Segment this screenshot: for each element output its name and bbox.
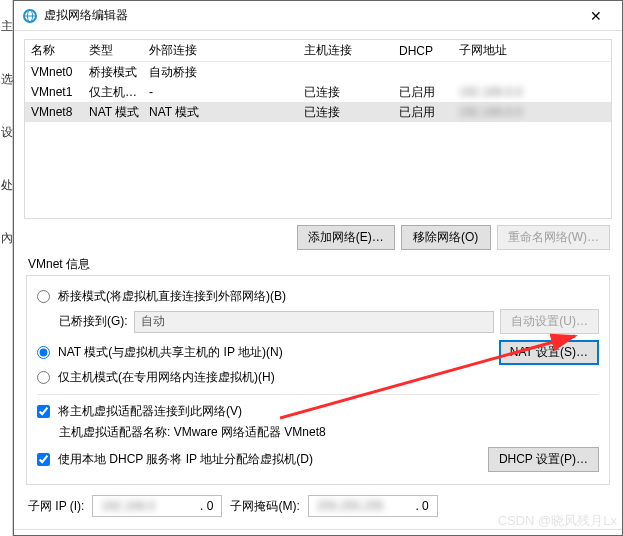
remove-network-button[interactable]: 移除网络(O) (401, 225, 491, 250)
subnet-row: 子网 IP (I): 192.168.0. 0 子网掩码(M): 255.255… (28, 495, 608, 517)
bridge-mode-row: 桥接模式(将虚拟机直接连接到外部网络)(B) (37, 288, 599, 305)
nat-mode-label: NAT 模式(与虚拟机共享主机的 IP 地址)(N) (58, 344, 283, 361)
bridge-to-label: 已桥接到(G): (59, 313, 128, 330)
bridge-to-row: 已桥接到(G): 自动 自动设置(U)… (59, 309, 599, 334)
use-dhcp-row: 使用本地 DHCP 服务将 IP 地址分配给虚拟机(D) DHCP 设置(P)… (37, 447, 599, 472)
col-dhcp[interactable]: DHCP (393, 41, 453, 61)
nat-settings-button[interactable]: NAT 设置(S)… (499, 340, 599, 365)
col-ext[interactable]: 外部连接 (143, 39, 298, 62)
subnet-ip-label: 子网 IP (I): (28, 498, 84, 515)
close-icon[interactable]: ✕ (576, 2, 616, 30)
titlebar: 虚拟网络编辑器 ✕ (14, 1, 622, 31)
dialog-footer: 还原默认设置(R) 导入(T)… 导出(X)… 确定 取消 应用(A) 帮助 (14, 529, 622, 536)
virtual-network-editor-dialog: 虚拟网络编辑器 ✕ 名称 类型 外部连接 主机连接 DHCP 子网地址 VMne… (13, 0, 623, 536)
table-row[interactable]: VMnet1 仅主机… - 已连接 已启用 192.168.0.0 (25, 82, 611, 102)
hostonly-mode-row: 仅主机模式(在专用网络内连接虚拟机)(H) (37, 369, 599, 386)
network-buttons-row: 添加网络(E)… 移除网络(O) 重命名网络(W)… (14, 219, 622, 250)
subnet-ip-field[interactable]: 192.168.0. 0 (92, 495, 222, 517)
add-network-button[interactable]: 添加网络(E)… (297, 225, 395, 250)
adapter-name-label: 主机虚拟适配器名称: VMware 网络适配器 VMnet8 (59, 424, 599, 441)
table-body: VMnet0 桥接模式 自动桥接 VMnet1 仅主机… - 已连接 已启用 1… (25, 62, 611, 122)
nat-mode-radio[interactable] (37, 346, 50, 359)
subnet-mask-label: 子网掩码(M): (230, 498, 299, 515)
hostonly-mode-label: 仅主机模式(在专用网络内连接虚拟机)(H) (58, 369, 275, 386)
app-icon (22, 8, 38, 24)
subnet-mask-field[interactable]: 255.255.255. 0 (308, 495, 438, 517)
col-name[interactable]: 名称 (25, 39, 83, 62)
table-header: 名称 类型 外部连接 主机连接 DHCP 子网地址 (25, 40, 611, 62)
bridge-to-select: 自动 (134, 311, 495, 333)
rename-network-button: 重命名网络(W)… (497, 225, 610, 250)
auto-settings-button: 自动设置(U)… (500, 309, 599, 334)
col-subnet[interactable]: 子网地址 (453, 39, 611, 62)
nat-mode-row: NAT 模式(与虚拟机共享主机的 IP 地址)(N) NAT 设置(S)… (37, 340, 599, 365)
col-host[interactable]: 主机连接 (298, 39, 393, 62)
vmnet-info-group: VMnet 信息 桥接模式(将虚拟机直接连接到外部网络)(B) 已桥接到(G):… (26, 256, 610, 485)
vmnet-info-box: 桥接模式(将虚拟机直接连接到外部网络)(B) 已桥接到(G): 自动 自动设置(… (26, 275, 610, 485)
table-row[interactable]: VMnet0 桥接模式 自动桥接 (25, 62, 611, 82)
vmnet-info-title: VMnet 信息 (28, 256, 610, 273)
hostonly-mode-radio[interactable] (37, 371, 50, 384)
col-type[interactable]: 类型 (83, 39, 143, 62)
dialog-content: 名称 类型 外部连接 主机连接 DHCP 子网地址 VMnet0 桥接模式 自动… (14, 39, 622, 536)
connect-host-label: 将主机虚拟适配器连接到此网络(V) (58, 403, 242, 420)
table-row[interactable]: VMnet8 NAT 模式 NAT 模式 已连接 已启用 192.168.0.0 (25, 102, 611, 122)
background-strip: 主 选 设 处 內 (0, 0, 13, 536)
use-dhcp-checkbox[interactable] (37, 453, 50, 466)
bridge-mode-label: 桥接模式(将虚拟机直接连接到外部网络)(B) (58, 288, 286, 305)
connect-host-row: 将主机虚拟适配器连接到此网络(V) (37, 403, 599, 420)
window-title: 虚拟网络编辑器 (44, 7, 576, 24)
use-dhcp-label: 使用本地 DHCP 服务将 IP 地址分配给虚拟机(D) (58, 451, 313, 468)
connect-host-checkbox[interactable] (37, 405, 50, 418)
dhcp-settings-button[interactable]: DHCP 设置(P)… (488, 447, 599, 472)
bridge-mode-radio[interactable] (37, 290, 50, 303)
networks-table: 名称 类型 外部连接 主机连接 DHCP 子网地址 VMnet0 桥接模式 自动… (24, 39, 612, 219)
